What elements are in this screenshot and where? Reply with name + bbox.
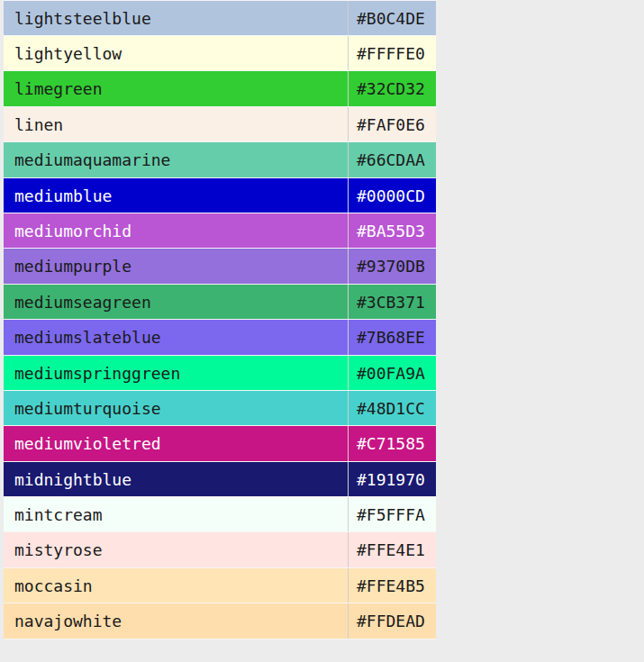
table-row: mediumturquoise #48D1CC: [4, 391, 436, 426]
color-hex-cell: #3CB371: [349, 285, 436, 319]
color-table-viewport[interactable]: lightsteelblue #B0C4DE lightyellow #FFFF…: [0, 0, 644, 662]
color-name-cell: mediumaquamarine: [4, 142, 349, 177]
color-hex-cell: #48D1CC: [349, 391, 436, 425]
table-row: midnightblue #191970: [4, 462, 436, 497]
color-name-cell: limegreen: [4, 71, 349, 105]
color-hex-cell: #FAF0E6: [349, 107, 436, 141]
color-name-cell: mediumspringgreen: [4, 356, 349, 390]
color-hex-cell: #66CDAA: [349, 142, 436, 177]
color-name-cell: mediumorchid: [4, 213, 349, 248]
color-name-cell: lightyellow: [4, 36, 349, 70]
color-hex-cell: #F5FFFA: [349, 497, 436, 531]
table-row: linen #FAF0E6: [4, 107, 436, 142]
color-hex-cell: #9370DB: [349, 249, 436, 283]
color-name-cell: midnightblue: [4, 462, 349, 496]
table-row: mediumorchid #BA55D3: [4, 213, 436, 249]
color-hex-cell: #FFFFE0: [349, 36, 436, 70]
table-row: mintcream #F5FFFA: [4, 497, 436, 532]
color-name-cell: mediumvioletred: [4, 426, 349, 460]
color-hex-cell: #7B68EE: [349, 320, 436, 354]
table-row: mediumseagreen #3CB371: [4, 285, 436, 320]
color-name-cell: mediumblue: [4, 178, 349, 213]
table-row: mediumvioletred #C71585: [4, 426, 436, 461]
color-name-cell: linen: [4, 107, 349, 141]
color-hex-cell: #0000CD: [349, 178, 436, 213]
color-table: lightsteelblue #B0C4DE lightyellow #FFFF…: [4, 0, 436, 639]
table-row: lightsteelblue #B0C4DE: [4, 1, 436, 36]
table-row: mediumspringgreen #00FA9A: [4, 356, 436, 391]
color-hex-cell: #32CD32: [349, 71, 436, 105]
table-row: mediumslateblue #7B68EE: [4, 320, 436, 355]
table-row: mediumpurple #9370DB: [4, 249, 436, 284]
color-hex-cell: #BA55D3: [349, 213, 436, 248]
table-row: mediumblue #0000CD: [4, 178, 436, 213]
color-name-cell: mintcream: [4, 497, 349, 531]
color-name-cell: mediumpurple: [4, 249, 349, 283]
color-name-cell: mediumseagreen: [4, 285, 349, 319]
color-name-cell: mistyrose: [4, 532, 349, 567]
table-row: navajowhite #FFDEAD: [4, 603, 436, 639]
color-hex-cell: #FFE4E1: [349, 532, 436, 567]
color-hex-cell: #FFE4B5: [349, 568, 436, 603]
color-hex-cell: #00FA9A: [349, 356, 436, 390]
color-hex-cell: #C71585: [349, 426, 436, 460]
table-row: limegreen #32CD32: [4, 71, 436, 106]
table-row: mediumaquamarine #66CDAA: [4, 142, 436, 177]
color-hex-cell: #B0C4DE: [349, 1, 436, 35]
table-row: moccasin #FFE4B5: [4, 568, 436, 603]
color-name-cell: moccasin: [4, 568, 349, 603]
color-name-cell: lightsteelblue: [4, 1, 349, 35]
color-hex-cell: #191970: [349, 462, 436, 496]
color-name-cell: mediumslateblue: [4, 320, 349, 354]
table-row: mistyrose #FFE4E1: [4, 532, 436, 567]
color-name-cell: navajowhite: [4, 603, 349, 638]
color-hex-cell: #FFDEAD: [349, 603, 436, 638]
table-row: lightyellow #FFFFE0: [4, 36, 436, 71]
color-name-cell: mediumturquoise: [4, 391, 349, 425]
